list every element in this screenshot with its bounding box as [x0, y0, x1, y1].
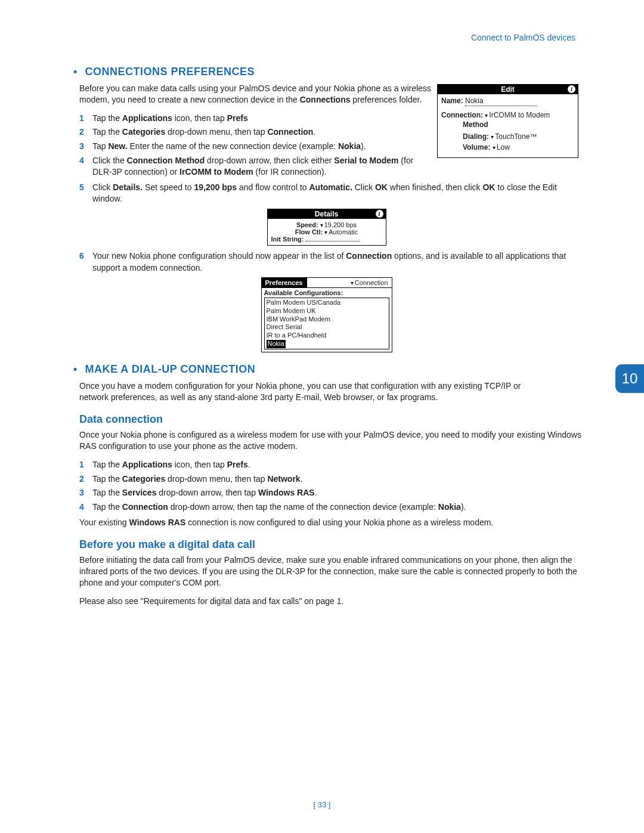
name-label: Name: [441, 97, 463, 105]
list-item: Direct Serial [267, 323, 387, 332]
edit-titlebar: Edit i [438, 85, 578, 94]
chapter-badge: 10 [615, 364, 644, 393]
sub2-p1: Before initiating the data call from you… [79, 555, 584, 589]
section-connections-preferences: • CONNECTIONS PREFERENCES [69, 66, 584, 78]
details-titlebar: Details i [268, 209, 386, 219]
list-item: Palm Modem US/Canada [267, 299, 387, 307]
volume-value: Low [493, 143, 510, 151]
sub1-note: Your existing Windows RAS connection is … [79, 517, 584, 528]
prefs-category: Connection [307, 278, 392, 287]
flowctl-value: Automatic [324, 228, 358, 236]
section1-steps-part3: 6Your new Nokia phone configuration shou… [79, 250, 584, 274]
list-item: 4Tap the Connection drop-down arrow, the… [79, 501, 584, 513]
details-screenshot: Details i Speed: 19,200 bps Flow Ctl: Au… [267, 209, 386, 246]
header-breadcrumb: Connect to PalmOS devices [471, 33, 575, 42]
section2-intro: Once you have a modem configuration for … [79, 380, 584, 403]
list-item: Palm Modem UK [267, 307, 387, 315]
list-item: 5Click Details. Set speed to 19,200 bps … [79, 182, 584, 205]
subsection-before-call: Before you make a digital data call [79, 538, 584, 551]
dialing-value: TouchTone™ [491, 132, 537, 141]
section-title: MAKE A DIAL-UP CONNECTION [85, 363, 256, 375]
speed-label: Speed: [296, 221, 318, 228]
subsection-data-connection: Data connection [79, 413, 584, 426]
details-title: Details [315, 210, 338, 218]
edit-screenshot: Edit i Name: Nokia Connection: IrCOMM to… [437, 84, 578, 158]
list-item-selected: Nokia [267, 340, 387, 348]
info-icon: i [376, 210, 383, 218]
list-item: 4Click the Connection Method drop-down a… [79, 155, 584, 178]
prefs-subheader: Available Configurations: [262, 288, 392, 296]
section1-steps-part2: 5Click Details. Set speed to 19,200 bps … [79, 182, 584, 205]
info-icon: i [568, 85, 575, 93]
prefs-list: Palm Modem US/Canada Palm Modem UK IBM W… [264, 298, 389, 349]
section-title: CONNECTIONS PREFERENCES [85, 66, 255, 78]
speed-value: 19,200 bps [320, 221, 357, 228]
list-item: IBM WorkPad Modem [267, 315, 387, 324]
name-value: Nokia [465, 97, 537, 106]
initstring-label: Init String: [271, 236, 304, 243]
section1-intro: Before you can make data calls using you… [79, 83, 432, 106]
sub1-steps: 1Tap the Applications icon, then tap Pre… [79, 459, 584, 513]
list-item: 2Tap the Categories drop-down menu, then… [79, 473, 584, 485]
initstring-value [306, 240, 360, 241]
section-make-dialup: • MAKE A DIAL-UP CONNECTION [69, 363, 584, 376]
sub2-p2: Please also see "Requirements for digita… [79, 596, 584, 607]
volume-label: Volume: [463, 143, 490, 151]
prefs-title: Preferences [262, 278, 307, 287]
preferences-screenshot: Preferences Connection Available Configu… [261, 277, 392, 352]
edit-title: Edit [501, 85, 515, 94]
list-item: 6Your new Nokia phone configuration shou… [79, 250, 584, 274]
bullet-icon: • [73, 363, 78, 376]
flowctl-label: Flow Ctl: [295, 228, 323, 236]
dialing-label: Dialing: [463, 132, 489, 141]
list-item: IR to a PC/Handheld [267, 332, 387, 340]
method-label: Method [463, 120, 574, 129]
connection-value: IrCOMM to Modem [485, 111, 550, 119]
list-item: 3Tap the Services drop-down arrow, then … [79, 487, 584, 499]
bullet-icon: • [73, 66, 78, 78]
connection-label: Connection: [441, 111, 483, 119]
sub1-intro: Once your Nokia phone is configured as a… [79, 429, 584, 452]
page-number: [ 33 ] [0, 800, 644, 809]
list-item: 1Tap the Applications icon, then tap Pre… [79, 459, 584, 471]
